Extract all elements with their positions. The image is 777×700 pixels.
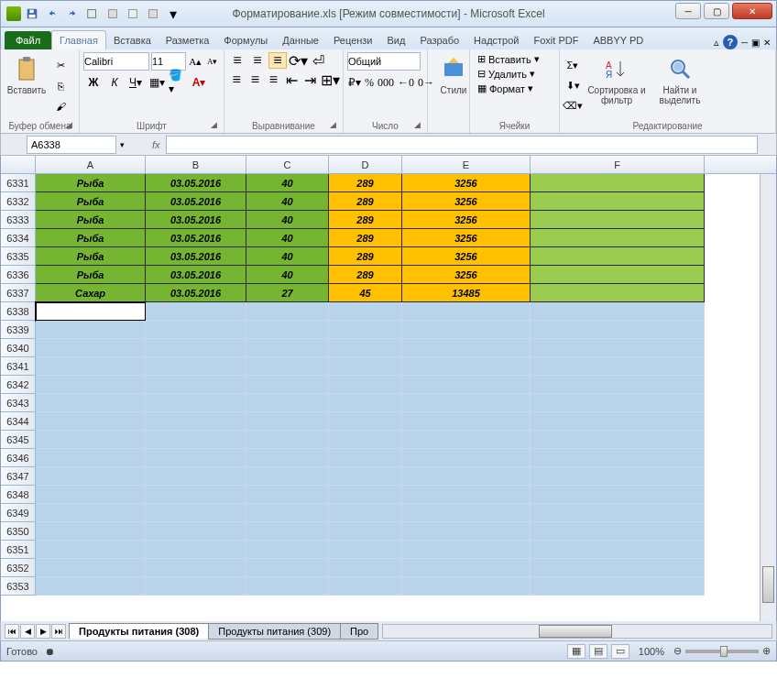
doc-close-icon[interactable]: ✕: [763, 38, 771, 48]
row-header[interactable]: 6351: [1, 541, 36, 559]
minimize-button[interactable]: ─: [675, 3, 701, 19]
cell[interactable]: 03.05.2016: [146, 266, 246, 284]
cell[interactable]: 40: [246, 174, 329, 192]
cell[interactable]: [246, 467, 329, 486]
ribbon-minimize-icon[interactable]: ▵: [714, 37, 719, 49]
formula-input[interactable]: [166, 136, 758, 154]
zoom-level[interactable]: 100%: [639, 646, 664, 657]
cell[interactable]: [36, 302, 146, 321]
column-header[interactable]: A: [36, 156, 146, 173]
number-format-select[interactable]: [347, 52, 421, 71]
row-header[interactable]: 6341: [1, 357, 36, 376]
doc-restore-icon[interactable]: ▣: [751, 38, 760, 48]
cell[interactable]: 40: [246, 192, 329, 211]
help-icon[interactable]: ?: [723, 35, 738, 49]
cell[interactable]: [146, 412, 246, 431]
underline-button[interactable]: Ч▾: [126, 73, 146, 92]
cell[interactable]: [402, 522, 531, 541]
cell[interactable]: [531, 247, 705, 266]
redo-button[interactable]: [63, 5, 82, 23]
border-button[interactable]: ▦▾: [147, 73, 167, 92]
cell[interactable]: 03.05.2016: [146, 247, 246, 266]
cell[interactable]: [531, 321, 705, 339]
cell[interactable]: [246, 394, 329, 412]
column-header[interactable]: B: [146, 156, 246, 173]
qat-btn-5[interactable]: [104, 5, 122, 23]
currency-button[interactable]: ₽▾: [347, 73, 362, 92]
cell[interactable]: [402, 559, 531, 577]
vertical-scrollbar[interactable]: [760, 174, 776, 621]
bold-button[interactable]: Ж: [83, 73, 104, 92]
cell[interactable]: 3256: [402, 174, 531, 192]
autosum-button[interactable]: Σ▾: [564, 57, 582, 75]
font-color-button[interactable]: A▾: [189, 73, 209, 92]
cell[interactable]: Рыба: [36, 247, 146, 266]
cell[interactable]: 03.05.2016: [146, 174, 246, 192]
cell[interactable]: [329, 394, 402, 412]
cell[interactable]: [36, 394, 146, 412]
row-header[interactable]: 6339: [1, 321, 36, 339]
cell[interactable]: [246, 449, 329, 467]
cell[interactable]: 3256: [402, 266, 531, 284]
cell[interactable]: [531, 577, 705, 596]
row-header[interactable]: 6348: [1, 486, 36, 504]
percent-button[interactable]: %: [364, 73, 375, 92]
tab-view[interactable]: Вид: [380, 31, 413, 49]
tab-dev[interactable]: Разрабо: [412, 31, 466, 49]
cell[interactable]: 03.05.2016: [146, 211, 246, 229]
tab-home[interactable]: Главная: [51, 30, 106, 49]
align-left-button[interactable]: ≡: [228, 71, 245, 88]
decrease-decimal-button[interactable]: 0→: [417, 73, 435, 92]
cell[interactable]: [246, 522, 329, 541]
cell[interactable]: [246, 559, 329, 577]
cell[interactable]: [329, 431, 402, 449]
cell[interactable]: [146, 577, 246, 596]
cell[interactable]: [246, 412, 329, 431]
cell[interactable]: [146, 321, 246, 339]
font-size-select[interactable]: [151, 52, 186, 71]
column-header[interactable]: F: [531, 156, 705, 173]
cell[interactable]: 03.05.2016: [146, 229, 246, 247]
italic-button[interactable]: К: [104, 73, 125, 92]
column-header[interactable]: C: [246, 156, 329, 173]
merge-button[interactable]: ⊞▾: [321, 71, 339, 88]
select-all-corner[interactable]: [1, 156, 36, 173]
row-header[interactable]: 6334: [1, 229, 36, 247]
shrink-font-button[interactable]: A▾: [205, 52, 221, 71]
cell[interactable]: [146, 559, 246, 577]
cell[interactable]: [402, 431, 531, 449]
cell[interactable]: [329, 504, 402, 522]
cell[interactable]: [246, 376, 329, 394]
cell[interactable]: [531, 211, 705, 229]
cell[interactable]: [36, 321, 146, 339]
cell[interactable]: [329, 467, 402, 486]
row-header[interactable]: 6350: [1, 522, 36, 541]
tab-formulas[interactable]: Формулы: [216, 31, 275, 49]
align-right-button[interactable]: ≡: [265, 71, 281, 88]
cell[interactable]: [531, 559, 705, 577]
sheet-tab[interactable]: Про: [340, 623, 378, 640]
font-name-select[interactable]: [83, 52, 149, 71]
cell[interactable]: [531, 302, 705, 321]
cell[interactable]: [36, 376, 146, 394]
increase-decimal-button[interactable]: ←0: [397, 73, 415, 92]
cell[interactable]: 40: [246, 247, 329, 266]
cell[interactable]: [146, 486, 246, 504]
row-header[interactable]: 6331: [1, 174, 36, 192]
cell[interactable]: [36, 577, 146, 596]
cell[interactable]: [36, 559, 146, 577]
cell[interactable]: [402, 357, 531, 376]
sheet-tab[interactable]: Продукты питания (308): [69, 623, 209, 639]
cell[interactable]: [531, 376, 705, 394]
cell[interactable]: Рыба: [36, 192, 146, 211]
cell[interactable]: [246, 339, 329, 357]
cell[interactable]: [246, 504, 329, 522]
cell[interactable]: 289: [329, 247, 402, 266]
row-header[interactable]: 6337: [1, 284, 36, 302]
column-header[interactable]: D: [329, 156, 402, 173]
insert-cells-button[interactable]: ⊞ Вставить ▾: [474, 52, 555, 66]
row-header[interactable]: 6338: [1, 302, 36, 321]
sheet-first-button[interactable]: ⏮: [5, 624, 19, 639]
cell[interactable]: [146, 504, 246, 522]
maximize-button[interactable]: ▢: [704, 3, 729, 19]
